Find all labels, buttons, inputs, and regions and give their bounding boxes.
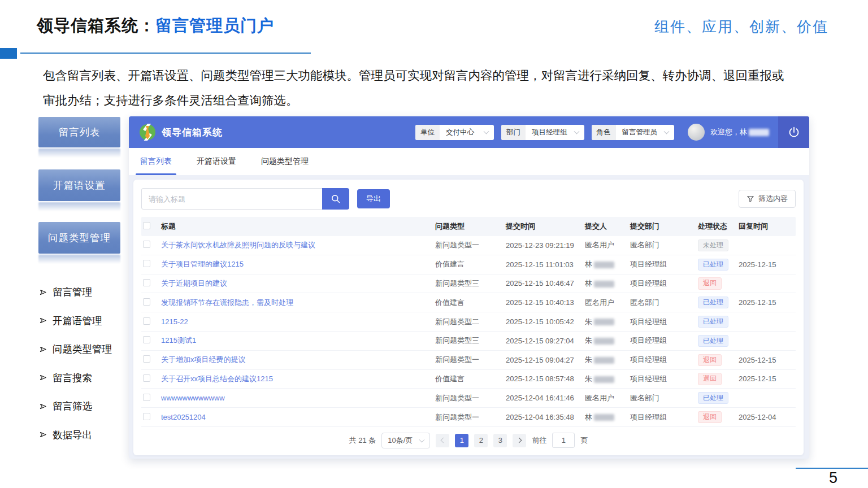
message-table: 标题问题类型提交时间提交人提交部门处理状态回复时间 关于茶水间饮水机故障及照明问… [141, 217, 796, 427]
redacted-name [594, 319, 614, 325]
toolbar: 导出 筛选内容 [141, 188, 796, 210]
redacted-name [594, 262, 614, 268]
side-feature-button-2[interactable]: 开篇语设置 [38, 169, 120, 201]
side-feature-button-3[interactable]: 问题类型管理 [38, 222, 120, 254]
cell-submitter: 朱 [585, 336, 630, 346]
title-accent-square [0, 48, 17, 59]
arrow-bullet-icon [40, 346, 47, 353]
row-checkbox[interactable] [143, 336, 150, 343]
feature-bullet-6: 数据导出 [40, 421, 112, 450]
select-all-checkbox[interactable] [143, 222, 150, 229]
message-title-link[interactable]: test20251204 [161, 413, 206, 421]
presentation-slide: 领导信箱系统：留言管理员门户 组件、应用、创新、价值 包含留言列表、开篇语设置、… [0, 0, 868, 488]
cell-type: 新问题类型三 [435, 278, 506, 289]
tab-1[interactable]: 留言列表 [138, 148, 174, 175]
next-page-button[interactable] [513, 434, 526, 447]
row-checkbox[interactable] [143, 355, 150, 363]
chevron-down-icon [664, 129, 670, 134]
chevron-down-icon [484, 129, 489, 134]
search-button[interactable] [322, 188, 349, 210]
table-row: 关于项目管理的建议1215 价值建言 2025-12-15 11:01:03 林… [141, 255, 796, 274]
message-title-link[interactable]: 关于项目管理的建议1215 [161, 260, 244, 268]
avatar [688, 124, 705, 141]
search-icon [331, 194, 341, 204]
filter-button[interactable]: 筛选内容 [739, 190, 796, 208]
tab-bar: 留言列表开篇语设置问题类型管理 [129, 148, 809, 175]
status-badge: 退回 [698, 354, 722, 366]
logout-button[interactable] [778, 116, 809, 148]
app-brand-name: 领导信箱系统 [162, 126, 223, 139]
user-area: 欢迎您，林 [688, 124, 769, 141]
cell-type: 新问题类型一 [435, 355, 506, 365]
status-badge: 已处理 [698, 297, 728, 308]
cell-department: 项目经理组 [630, 259, 698, 269]
content-area: 导出 筛选内容 标题问题类型提交时间提交人提交部门处理状态回复时间 关于茶水间饮… [129, 175, 809, 459]
cell-reply-time: 2025-12-04 [739, 413, 796, 421]
message-title-link[interactable]: 关于茶水间饮水机故障及照明问题的反映与建议 [161, 241, 315, 249]
page-unit-label: 页 [580, 435, 588, 446]
message-title-link[interactable]: 1215-22 [161, 317, 188, 326]
arrow-bullet-icon [40, 374, 47, 381]
row-checkbox[interactable] [143, 374, 150, 382]
cell-department: 项目经理组 [630, 355, 698, 365]
header-select-3[interactable]: 角色 留言管理员 [592, 125, 675, 140]
page-button-1[interactable]: 1 [455, 434, 468, 447]
cell-submit-time: 2025-12-15 10:05:42 [506, 317, 585, 326]
feature-bullet-2: 开篇语管理 [40, 307, 112, 336]
message-title-link[interactable]: 发现报销环节存在谎报隐患，需及时处理 [161, 298, 293, 307]
cell-reply-time: 2025-12-15 [739, 356, 796, 364]
feature-bullet-5: 留言筛选 [40, 392, 112, 421]
select-label: 部门 [501, 125, 526, 140]
message-title-link[interactable]: 关于召开xx项目总结会的建议1215 [161, 374, 273, 383]
title-system-name: 领导信箱系统： [37, 16, 155, 34]
cell-department: 项目经理组 [630, 412, 698, 422]
table-row: wwwwwwwwwwww 新问题类型一 2025-12-04 16:41:46 … [141, 389, 796, 408]
app-header: 领导信箱系统 单位 交付中心 部门 项目经理组 角色 留言管理员 欢迎您，林 [129, 116, 809, 148]
row-checkbox[interactable] [143, 413, 150, 420]
table-row: 发现报销环节存在谎报隐患，需及时处理 价值建言 2025-12-15 10:40… [141, 293, 796, 312]
arrow-bullet-icon [40, 403, 47, 410]
message-title-link[interactable]: 关于增加x项目经费的提议 [161, 355, 246, 364]
status-badge: 已处理 [698, 316, 728, 328]
side-feature-button-1[interactable]: 留言列表 [38, 117, 120, 147]
column-header: 回复时间 [739, 221, 796, 232]
header-select-2[interactable]: 部门 项目经理组 [501, 125, 584, 140]
tab-2[interactable]: 开篇语设置 [194, 148, 238, 175]
footer-accent-line [796, 468, 868, 469]
row-checkbox[interactable] [143, 241, 150, 248]
power-icon [788, 126, 800, 138]
cell-department: 匿名部门 [630, 393, 698, 403]
cell-department: 项目经理组 [630, 278, 698, 289]
column-header: 问题类型 [435, 221, 506, 232]
redacted-name [594, 376, 614, 383]
row-checkbox[interactable] [143, 394, 150, 401]
status-badge: 退回 [698, 373, 722, 385]
cell-submit-time: 2025-12-23 09:21:19 [506, 241, 585, 250]
cell-submitter: 匿名用户 [585, 298, 630, 308]
row-checkbox[interactable] [143, 317, 150, 325]
page-button-2[interactable]: 2 [474, 434, 488, 447]
message-title-link[interactable]: 1215测试1 [161, 336, 196, 345]
row-checkbox[interactable] [143, 298, 150, 306]
row-checkbox[interactable] [143, 260, 150, 267]
table-row: test20251204 新问题类型一 2025-12-04 16:35:48 … [141, 408, 796, 427]
redacted-name [594, 357, 614, 364]
page-size-select[interactable]: 10条/页 [381, 433, 430, 448]
search-group [141, 188, 349, 210]
prev-page-button[interactable] [436, 434, 449, 447]
message-title-link[interactable]: 关于近期项目的建议 [161, 279, 227, 287]
tab-3[interactable]: 问题类型管理 [259, 148, 311, 175]
export-button[interactable]: 导出 [357, 189, 390, 208]
header-select-1[interactable]: 单位 交付中心 [415, 125, 494, 140]
table-row: 关于召开xx项目总结会的建议1215 价值建言 2025-12-15 08:57… [141, 370, 796, 389]
message-title-link[interactable]: wwwwwwwwwwww [161, 394, 225, 402]
cell-type: 新问题类型三 [435, 336, 506, 346]
search-input[interactable] [141, 188, 322, 210]
row-checkbox[interactable] [143, 279, 150, 286]
cell-department: 匿名部门 [630, 298, 698, 308]
goto-page-input[interactable] [552, 433, 575, 448]
arrow-bullet-icon [40, 289, 47, 296]
title-portal-name: 留言管理员门户 [155, 16, 274, 34]
page-button-3[interactable]: 3 [493, 434, 507, 447]
arrow-bullet-icon [40, 431, 47, 438]
